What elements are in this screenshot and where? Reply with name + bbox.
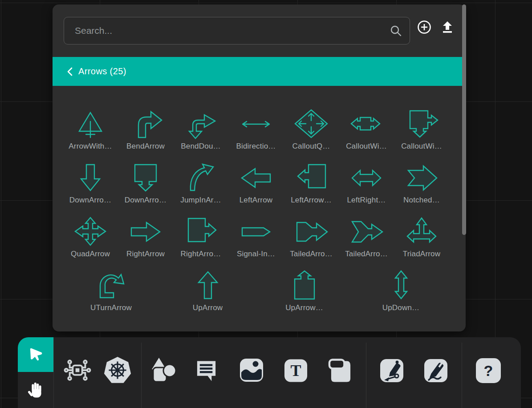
shape-item[interactable]: QuadArrow	[63, 216, 118, 259]
tailed-arrow-chevron-icon	[349, 216, 384, 247]
bidirectional-arrow-icon	[238, 108, 274, 139]
shape-label: TriadArrow	[403, 250, 441, 259]
note-icon	[328, 358, 352, 383]
shape-item[interactable]: LeftArrow	[228, 162, 284, 205]
shape-item[interactable]: ArrowWith…	[63, 108, 118, 151]
down-arrow-callout-icon	[128, 162, 163, 193]
shape-item[interactable]: TailedArro…	[284, 216, 339, 259]
toolbar-separator	[141, 343, 142, 408]
add-shape-button[interactable]	[416, 19, 432, 35]
category-header-arrows[interactable]: Arrows (25)	[53, 57, 466, 86]
shape-item[interactable]: TailedArro…	[339, 216, 394, 259]
shape-item[interactable]: CalloutWi…	[394, 108, 449, 151]
arrow-with-stem-icon	[73, 108, 108, 139]
shape-label: LeftArrow…	[291, 196, 332, 205]
shape-label: UpDown…	[382, 303, 420, 312]
help-button[interactable]: ?	[476, 358, 501, 383]
shape-label: Signal-In…	[237, 250, 275, 259]
comment-icon	[194, 358, 219, 383]
bend-arrow-icon	[128, 108, 163, 139]
cursor-icon	[26, 345, 45, 364]
pointer-tool-group	[18, 337, 54, 408]
shape-item[interactable]: BendDou…	[173, 108, 228, 151]
jump-in-arrow-icon	[183, 162, 219, 193]
shapes-tool-button[interactable]	[150, 357, 179, 384]
shape-item[interactable]: UpArrow…	[256, 270, 353, 312]
shape-item[interactable]: JumpInAr…	[173, 162, 228, 205]
text-tool-button[interactable]: T	[284, 358, 308, 383]
shape-label: CalloutWi…	[401, 142, 442, 151]
up-arrow-callout-icon	[287, 270, 322, 301]
left-arrow-icon	[238, 162, 274, 193]
shape-item[interactable]: Signal-In…	[228, 216, 284, 259]
select-tool-button[interactable]	[18, 337, 53, 372]
signal-in-icon	[238, 216, 274, 247]
shape-item[interactable]: Notched…	[394, 162, 449, 205]
quad-arrow-icon	[73, 216, 108, 247]
shape-item[interactable]: LeftRight…	[339, 162, 394, 205]
shape-label: BendArrow	[126, 142, 165, 151]
shape-item[interactable]: RightArrow	[118, 216, 173, 259]
shape-label: TailedArro…	[290, 250, 333, 259]
shape-item[interactable]: RightArro…	[173, 216, 228, 259]
comment-tool-button[interactable]	[194, 358, 219, 383]
shape-item[interactable]: UpArrow	[159, 270, 256, 312]
shape-grid: ArrowWith… BendArrow BendDou… Bidirectio…	[53, 86, 466, 331]
notched-right-arrow-icon	[404, 162, 439, 193]
note-tool-button[interactable]	[328, 358, 352, 383]
shape-label: JumpInAr…	[180, 196, 221, 205]
kubernetes-wheel-icon	[103, 356, 132, 385]
hand-icon	[25, 380, 46, 400]
connector-pen-icon	[379, 358, 404, 383]
shape-item[interactable]: DownArro…	[63, 162, 118, 205]
hand-tool-button[interactable]	[18, 372, 53, 408]
shape-item[interactable]: TriadArrow	[394, 216, 449, 259]
image-tool-button[interactable]	[239, 357, 264, 383]
shape-item[interactable]: UpDown…	[353, 270, 449, 312]
basic-shapes-icon	[150, 357, 179, 384]
search-box	[64, 17, 410, 44]
right-arrow-callout-icon	[183, 216, 219, 247]
shape-label: DownArro…	[125, 196, 167, 205]
shape-label: CalloutQ…	[292, 142, 330, 151]
shape-label: Bidirectio…	[236, 142, 276, 151]
u-turn-arrow-icon	[93, 270, 129, 301]
shape-label: TailedArro…	[345, 250, 388, 259]
shape-item[interactable]: UTurnArrow	[63, 270, 159, 312]
shape-item[interactable]: CalloutQ…	[284, 108, 339, 151]
kubernetes-shapes-button[interactable]	[103, 356, 132, 385]
shape-item[interactable]: Bidirectio…	[228, 108, 284, 151]
callout-quad-arrow-icon	[293, 108, 329, 139]
shape-label: UpArrow	[193, 303, 223, 312]
callout-right-down-arrow-icon	[404, 108, 439, 139]
left-right-arrow-icon	[349, 162, 384, 193]
upload-button[interactable]	[439, 19, 455, 35]
network-shapes-button[interactable]	[64, 356, 91, 384]
category-title: Arrows (25)	[78, 66, 126, 77]
shape-item[interactable]: LeftArrow…	[284, 162, 339, 205]
up-down-arrow-icon	[383, 270, 419, 301]
magnifier-icon	[390, 24, 402, 37]
shape-label: RightArrow	[126, 250, 165, 259]
connector-pen-tool-button[interactable]	[379, 358, 404, 383]
panel-scrollbar[interactable]	[462, 4, 466, 235]
bottom-toolbar: T	[18, 337, 521, 408]
shape-label: ArrowWith…	[69, 142, 112, 151]
down-arrow-icon	[73, 162, 108, 193]
shape-item[interactable]: BendArrow	[118, 108, 173, 151]
upload-icon	[439, 19, 455, 35]
search-input[interactable]	[64, 17, 410, 44]
shape-library-panel: Arrows (25) ArrowWith… BendArrow BendDou…	[53, 4, 466, 331]
panel-toolbar	[53, 4, 466, 57]
freehand-pen-tool-button[interactable]	[423, 358, 448, 383]
shape-item[interactable]: CalloutWi…	[339, 108, 394, 151]
shape-label: CalloutWi…	[346, 142, 387, 151]
callout-left-right-arrow-icon	[349, 108, 384, 139]
bend-double-arrow-icon	[183, 108, 219, 139]
shape-item[interactable]: DownArro…	[118, 162, 173, 205]
shape-label: LeftArrow	[240, 196, 273, 205]
triad-arrow-icon	[404, 216, 439, 247]
image-icon	[239, 357, 264, 383]
right-arrow-icon	[128, 216, 163, 247]
shape-label: BendDou…	[181, 142, 221, 151]
